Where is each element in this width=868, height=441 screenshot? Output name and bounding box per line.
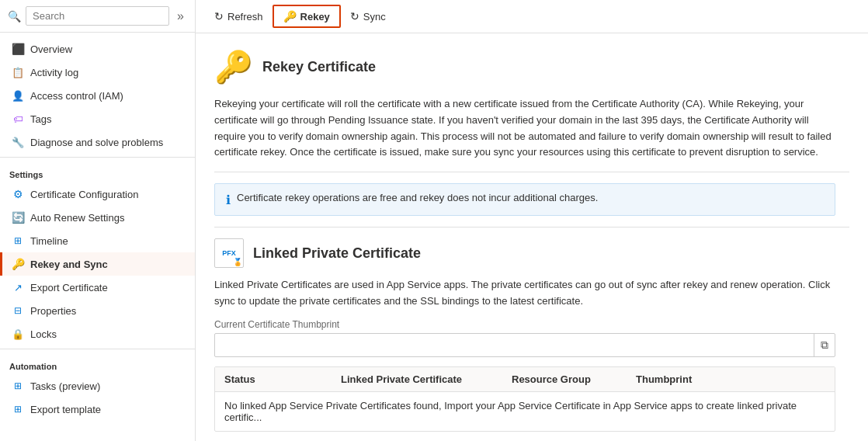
table-empty-message: No linked App Service Private Certificat… xyxy=(215,392,835,431)
properties-icon: ⊟ xyxy=(12,304,24,317)
auto-renew-icon: 🔄 xyxy=(12,211,24,224)
rekey-description: Rekeying your certificate will roll the … xyxy=(214,96,835,161)
tasks-icon: ⊞ xyxy=(12,380,24,392)
cert-config-icon: ⚙ xyxy=(12,188,24,200)
sidebar-item-diagnose[interactable]: 🔧 Diagnose and solve problems xyxy=(0,130,195,154)
settings-section-title: Settings xyxy=(0,161,195,182)
sidebar-item-access-control[interactable]: 👤 Access control (IAM) xyxy=(0,84,195,107)
main-content: ↻ Refresh 🔑 Rekey ↻ Sync 🔑 Rekey Certifi… xyxy=(196,0,868,441)
search-input[interactable] xyxy=(26,6,169,26)
sidebar-item-cert-config[interactable]: ⚙ Certificate Configuration xyxy=(0,182,195,206)
sidebar-nav: ⬛ Overview 📋 Activity log 👤 Access contr… xyxy=(0,33,195,425)
overview-icon: ⬛ xyxy=(12,43,24,55)
sidebar-item-label: Timeline xyxy=(30,235,68,247)
sidebar-item-label: Certificate Configuration xyxy=(30,189,138,200)
diagnose-icon: 🔧 xyxy=(12,136,24,148)
linked-certs-table: Status Linked Private Certificate Resour… xyxy=(214,366,835,432)
activity-log-icon: 📋 xyxy=(12,66,24,78)
rekey-label: Rekey xyxy=(300,11,330,23)
tags-icon: 🏷 xyxy=(12,113,24,125)
sidebar-item-label: Tags xyxy=(30,113,51,125)
access-control-icon: 👤 xyxy=(12,89,24,102)
search-bar[interactable]: 🔍 » xyxy=(0,0,195,33)
info-box: ℹ Certificate rekey operations are free … xyxy=(214,183,835,216)
timeline-icon: ⊞ xyxy=(12,234,24,247)
sidebar-item-label: Overview xyxy=(30,43,72,55)
toolbar: ↻ Refresh 🔑 Rekey ↻ Sync xyxy=(196,0,868,33)
sidebar-item-label: Activity log xyxy=(30,67,78,78)
copy-thumbprint-button[interactable]: ⧉ xyxy=(814,334,835,356)
sidebar: 🔍 » ⬛ Overview 📋 Activity log 👤 Access c… xyxy=(0,0,196,441)
sidebar-item-rekey-sync[interactable]: 🔑 Rekey and Sync xyxy=(0,252,195,276)
automation-section-title: Automation xyxy=(0,352,195,374)
sidebar-item-overview[interactable]: ⬛ Overview xyxy=(0,37,195,61)
info-icon: ℹ xyxy=(226,193,231,207)
linked-description: Linked Private Certificates are used in … xyxy=(214,277,835,310)
rekey-sync-icon: 🔑 xyxy=(12,258,24,270)
sync-button[interactable]: ↻ Sync xyxy=(341,6,395,26)
pfx-badge: 🏅 xyxy=(233,258,242,266)
linked-section-title: Linked Private Certificate xyxy=(253,245,421,262)
sidebar-item-export-template[interactable]: ⊞ Export template xyxy=(0,398,195,421)
rekey-icon: 🔑 xyxy=(283,10,297,23)
refresh-label: Refresh xyxy=(227,11,263,23)
thumbprint-label: Current Certificate Thumbprint xyxy=(214,319,849,330)
rekey-section-title: Rekey Certificate xyxy=(262,59,376,75)
sidebar-item-properties[interactable]: ⊟ Properties xyxy=(0,299,195,322)
sidebar-item-label: Rekey and Sync xyxy=(30,259,108,270)
sidebar-item-export-cert[interactable]: ↗ Export Certificate xyxy=(0,276,195,299)
sidebar-item-label: Access control (IAM) xyxy=(30,90,123,102)
table-header-row: Status Linked Private Certificate Resour… xyxy=(215,367,835,392)
pfx-text: PFX xyxy=(222,249,236,257)
refresh-icon: ↻ xyxy=(214,10,224,23)
sidebar-item-label: Export template xyxy=(30,404,101,415)
locks-icon: 🔒 xyxy=(12,328,24,340)
sidebar-item-label: Properties xyxy=(30,305,76,317)
rekey-button[interactable]: 🔑 Rekey xyxy=(273,5,341,28)
sidebar-item-label: Auto Renew Settings xyxy=(30,212,124,224)
sidebar-item-label: Diagnose and solve problems xyxy=(30,137,163,148)
sidebar-item-label: Locks xyxy=(30,328,57,340)
thumbprint-input-row: ⧉ xyxy=(214,333,835,357)
sidebar-item-label: Tasks (preview) xyxy=(30,380,100,392)
rekey-key-icon: 🔑 xyxy=(214,49,253,85)
col-thumbprint: Thumbprint xyxy=(636,373,825,385)
col-linked-cert: Linked Private Certificate xyxy=(341,373,512,385)
pfx-icon: PFX 🏅 xyxy=(214,238,244,268)
sidebar-item-activity-log[interactable]: 📋 Activity log xyxy=(0,61,195,84)
thumbprint-input[interactable] xyxy=(215,335,814,356)
sidebar-item-timeline[interactable]: ⊞ Timeline xyxy=(0,229,195,252)
content-area: 🔑 Rekey Certificate Rekeying your certif… xyxy=(196,33,868,441)
info-text: Certificate rekey operations are free an… xyxy=(237,192,598,203)
sidebar-item-label: Export Certificate xyxy=(30,282,108,293)
sidebar-item-auto-renew[interactable]: 🔄 Auto Renew Settings xyxy=(0,206,195,229)
export-cert-icon: ↗ xyxy=(12,281,24,293)
rekey-section-header: 🔑 Rekey Certificate xyxy=(214,49,849,85)
col-status: Status xyxy=(224,373,341,385)
sidebar-item-tags[interactable]: 🏷 Tags xyxy=(0,107,195,130)
sidebar-item-locks[interactable]: 🔒 Locks xyxy=(0,322,195,346)
col-resource-group: Resource Group xyxy=(512,373,636,385)
collapse-button[interactable]: » xyxy=(174,8,187,25)
linked-section-header: PFX 🏅 Linked Private Certificate xyxy=(214,238,849,268)
export-template-icon: ⊞ xyxy=(12,403,24,415)
sidebar-item-tasks[interactable]: ⊞ Tasks (preview) xyxy=(0,374,195,398)
sync-icon: ↻ xyxy=(350,10,359,23)
refresh-button[interactable]: ↻ Refresh xyxy=(205,6,273,26)
sync-label: Sync xyxy=(363,11,386,23)
search-icon: 🔍 xyxy=(8,10,21,23)
